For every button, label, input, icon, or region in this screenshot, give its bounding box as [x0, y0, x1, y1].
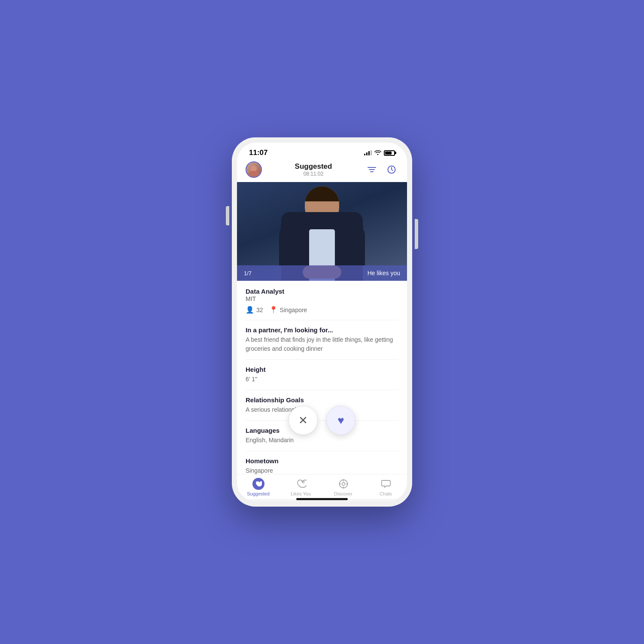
like-button[interactable]: ♥ [326, 406, 355, 435]
home-bar [296, 498, 348, 500]
meta-row: 👤 32 📍 Singapore [246, 306, 398, 320]
image-counter: 1/7 [244, 270, 252, 276]
job-title: Data Analyst [246, 288, 398, 295]
signal-icon [364, 150, 372, 155]
height-section: Height 6' 1" [246, 360, 398, 390]
nav-item-suggested[interactable]: Suggested [246, 478, 271, 496]
nav-label-discover: Discover [334, 491, 352, 496]
header-title: Suggested [295, 162, 332, 171]
age-value: 32 [256, 307, 263, 313]
location-icon: 📍 [269, 306, 278, 314]
avatar[interactable] [246, 161, 262, 178]
battery-icon [384, 150, 395, 156]
height-value: 6' 1" [246, 375, 398, 384]
partner-label: In a partner, I'm looking for... [246, 326, 398, 334]
profile-info: Data Analyst MIT 👤 32 📍 Singapore In a p… [237, 281, 407, 474]
svg-point-6 [342, 483, 345, 486]
languages-value: English, Mandarin [246, 436, 398, 445]
header-subtitle: 08:11:02 [295, 171, 332, 177]
profile-image-container: 1/7 He likes you [237, 182, 407, 281]
person-icon: 👤 [246, 306, 254, 314]
nav-label-likes-you: Likes You [291, 491, 311, 496]
phone-frame: 11:07 [232, 137, 412, 507]
nav-label-chats: Chats [380, 491, 392, 496]
action-buttons: ✕ ♥ [289, 406, 355, 435]
x-icon: ✕ [298, 415, 308, 426]
status-time: 11:07 [249, 149, 267, 157]
nav-item-discover[interactable]: Discover [331, 478, 356, 496]
pass-button[interactable]: ✕ [289, 406, 318, 435]
filter-icon[interactable] [365, 163, 379, 176]
location-value: Singapore [280, 307, 307, 313]
phone-inner: 11:07 [237, 143, 407, 501]
wifi-icon [374, 150, 381, 156]
nav-item-chats[interactable]: Chats [373, 478, 399, 496]
hometown-section: Hometown Singapore [246, 451, 398, 474]
location-meta: 📍 Singapore [269, 306, 307, 314]
likes-you-badge: He likes you [368, 270, 400, 276]
status-bar: 11:07 [237, 143, 407, 160]
school: MIT [246, 295, 398, 302]
age-meta: 👤 32 [246, 306, 263, 314]
height-label: Height [246, 366, 398, 373]
app-header: Suggested 08:11:02 [237, 160, 407, 182]
svg-point-4 [301, 480, 305, 483]
partner-value: A best friend that finds joy in the litt… [246, 335, 398, 353]
nav-item-likes-you[interactable]: Likes You [288, 478, 314, 496]
nav-label-suggested: Suggested [247, 491, 270, 496]
hometown-label: Hometown [246, 457, 398, 465]
image-overlay-bar: 1/7 He likes you [237, 265, 407, 281]
history-icon[interactable] [385, 163, 398, 176]
home-indicator-container [237, 499, 407, 501]
status-icons [364, 150, 395, 156]
partner-section: In a partner, I'm looking for... A best … [246, 320, 398, 360]
hometown-value: Singapore [246, 466, 398, 474]
relationship-label: Relationship Goals [246, 396, 398, 404]
header-center: Suggested 08:11:02 [295, 162, 332, 177]
bottom-nav: Suggested Likes You [237, 474, 407, 499]
heart-icon: ♥ [337, 414, 344, 427]
header-actions [365, 163, 398, 176]
